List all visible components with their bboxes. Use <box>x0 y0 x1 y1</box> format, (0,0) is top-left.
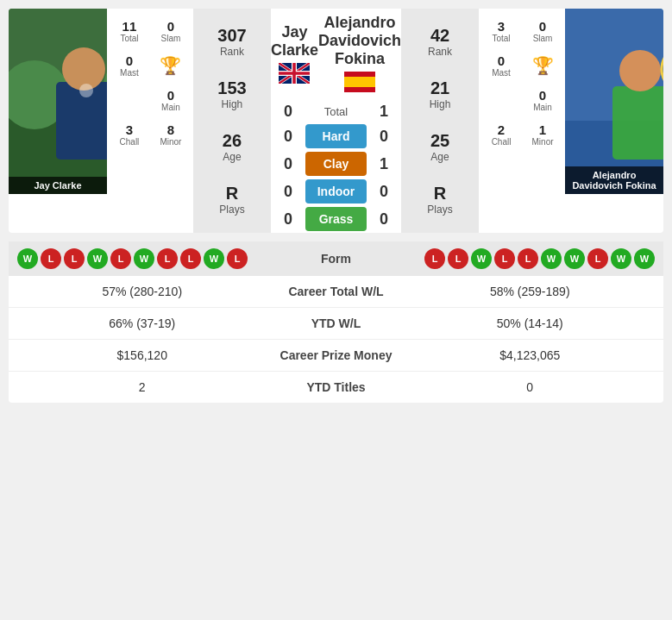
right-flag <box>344 72 375 92</box>
form-badge-w: W <box>634 248 655 269</box>
left-high-value: 153 <box>217 78 246 98</box>
right-total-label: Total <box>492 34 510 43</box>
left-total-value: 11 <box>122 19 137 34</box>
stat-left-value: $156,120 <box>26 348 259 362</box>
right-age-label: Age <box>430 151 449 163</box>
left-plays-value: R <box>226 184 238 204</box>
right-main-cell: 0 Main <box>524 85 562 116</box>
stat-row: $156,120Career Prize Money$4,123,065 <box>9 340 663 372</box>
left-player-label: Jay Clarke <box>9 177 107 194</box>
stat-center-label: YTD Titles <box>259 380 414 394</box>
svg-rect-12 <box>612 86 663 160</box>
indoor-badge: Indoor <box>305 179 367 204</box>
left-total-cell: 11 Total <box>110 16 148 47</box>
left-minor-value: 8 <box>167 122 174 137</box>
form-badge-l: L <box>41 248 61 269</box>
stat-left-value: 66% (37-19) <box>26 316 259 330</box>
stat-left-value: 57% (280-210) <box>26 285 259 298</box>
right-minor-label: Minor <box>532 137 554 147</box>
right-player-label: Alejandro Davidovich Fokina <box>565 166 663 194</box>
clay-score-row: 0 Clay 1 <box>271 150 401 178</box>
right-high-value: 21 <box>430 78 449 98</box>
left-chall-value: 3 <box>126 122 133 137</box>
right-total-value: 3 <box>498 19 505 34</box>
hard-left-score: 0 <box>279 128 297 146</box>
right-slam-value: 0 <box>539 19 546 34</box>
form-badge-l: L <box>110 248 131 269</box>
svg-rect-9 <box>344 77 375 87</box>
right-mast-cell: 0 Mast <box>482 50 520 81</box>
left-age-stat: 26 Age <box>223 131 242 163</box>
indoor-right-score: 0 <box>375 183 393 201</box>
left-flag <box>279 63 310 84</box>
grass-badge: Grass <box>305 207 367 231</box>
left-plays-label: Plays <box>219 204 244 216</box>
clay-right-score: 1 <box>375 155 393 173</box>
right-plays-label: Plays <box>427 204 452 216</box>
left-rank-value: 307 <box>217 26 246 46</box>
right-middle-stats: 42 Rank 21 High 25 Age R Plays <box>401 9 479 233</box>
left-minor-label: Minor <box>160 137 181 147</box>
form-row: WLLWLWLLWL Form LLWLLWWLWW <box>9 241 663 276</box>
uk-flag-icon <box>279 63 310 84</box>
stat-row: 2YTD Titles0 <box>9 372 663 403</box>
stat-center-label: Career Total W/L <box>259 285 414 298</box>
form-label: Form <box>293 252 380 266</box>
left-slam-cell: 0 Slam <box>152 16 190 47</box>
left-rank-label: Rank <box>220 46 244 58</box>
left-age-value: 26 <box>223 131 242 151</box>
left-stats-grid: 11 Total 0 Slam 0 Mast 🏆 0 Main <box>110 16 190 150</box>
form-badge-l: L <box>157 248 178 269</box>
form-badge-w: W <box>204 248 224 269</box>
indoor-score-row: 0 Indoor 0 <box>271 178 401 205</box>
left-form-badges: WLLWLWLLWL <box>17 248 293 269</box>
right-mast-value: 0 <box>498 53 505 68</box>
svg-point-13 <box>619 50 661 91</box>
left-trophy-icon: 🏆 <box>160 55 181 76</box>
form-badge-l: L <box>180 248 201 269</box>
right-plays-stat: R Plays <box>427 184 452 216</box>
stat-row: 66% (37-19)YTD W/L50% (14-14) <box>9 308 663 340</box>
stat-right-value: 58% (259-189) <box>414 285 647 298</box>
hard-badge: Hard <box>305 124 367 148</box>
form-badge-w: W <box>541 248 562 269</box>
right-stats-grid: 3 Total 0 Slam 0 Mast 🏆 0 Main <box>482 16 562 150</box>
stat-center-label: Career Prize Money <box>259 348 414 362</box>
right-trophy-cell: 🏆 <box>524 50 562 81</box>
right-rank-value: 42 <box>430 26 449 46</box>
hard-score-row: 0 Hard 0 <box>271 122 401 150</box>
right-main-value: 0 <box>539 88 546 103</box>
left-name-col: Jay Clarke <box>271 23 318 87</box>
left-total-label: Total <box>120 34 138 43</box>
right-chall-value: 2 <box>498 122 505 137</box>
right-slam-label: Slam <box>533 34 553 43</box>
form-badge-l: L <box>448 248 468 269</box>
grass-left-score: 0 <box>279 210 297 229</box>
right-player-photo: Alejandro Davidovich Fokina <box>565 9 663 194</box>
left-trophy-cell: 🏆 <box>152 50 190 81</box>
form-badge-l: L <box>424 248 445 269</box>
right-total-score: 1 <box>375 103 393 121</box>
form-badge-w: W <box>564 248 585 269</box>
left-mast-cell: 0 Mast <box>110 50 148 81</box>
stat-left-value: 2 <box>26 380 259 394</box>
right-name-col: Alejandro Davidovich Fokina <box>318 14 401 96</box>
left-player-info: 11 Total 0 Slam 0 Mast 🏆 0 Main <box>107 9 193 233</box>
right-plays-value: R <box>434 184 446 204</box>
clay-left-score: 0 <box>279 155 297 173</box>
right-minor-value: 1 <box>539 122 546 137</box>
left-main-label: Main <box>161 103 180 112</box>
right-chall-label: Chall <box>492 137 512 147</box>
grass-right-score: 0 <box>375 210 393 229</box>
left-chall-cell: 3 Chall <box>110 119 148 150</box>
comparison-section: Jay Clarke 11 Total 0 Slam 0 Mast 🏆 <box>9 9 663 233</box>
total-score-row: 0 Total 1 <box>271 101 401 122</box>
right-rank-label: Rank <box>428 46 452 58</box>
clay-badge: Clay <box>305 152 367 176</box>
stat-right-value: 50% (14-14) <box>414 316 647 330</box>
left-slam-value: 0 <box>167 19 174 34</box>
form-badge-l: L <box>64 248 85 269</box>
right-form-badges: LLWLLWWLWW <box>380 248 656 269</box>
right-high-stat: 21 High <box>430 78 451 110</box>
right-age-value: 25 <box>430 131 449 151</box>
